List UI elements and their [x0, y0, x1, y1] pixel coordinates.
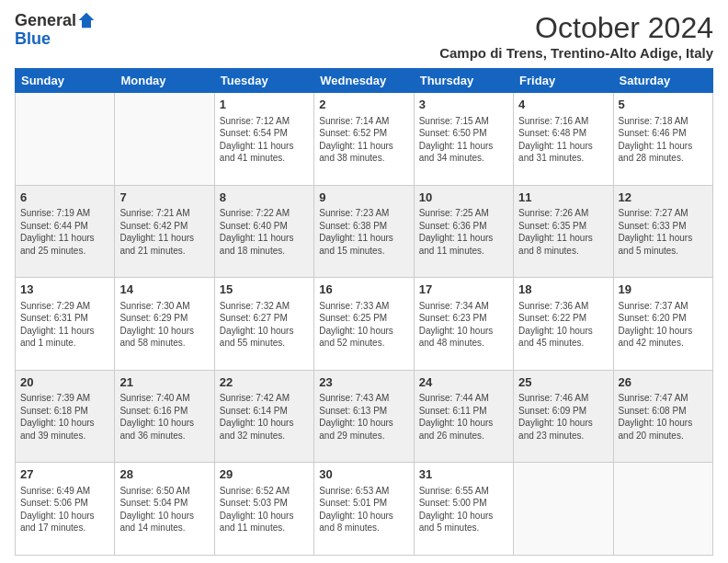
day-info: Sunrise: 7:43 AM Sunset: 6:13 PM Dayligh… [319, 392, 408, 442]
calendar-header-friday: Friday [514, 69, 613, 93]
day-info: Sunrise: 6:53 AM Sunset: 5:01 PM Dayligh… [319, 485, 408, 534]
calendar-cell: 14Sunrise: 7:30 AM Sunset: 6:29 PM Dayli… [115, 278, 214, 371]
day-number: 25 [518, 374, 608, 391]
day-number: 10 [419, 190, 508, 206]
calendar-header-row: SundayMondayTuesdayWednesdayThursdayFrid… [16, 69, 713, 93]
day-info: Sunrise: 7:26 AM Sunset: 6:35 PM Dayligh… [518, 207, 608, 257]
logo: General Blue [15, 11, 96, 49]
day-info: Sunrise: 7:19 AM Sunset: 6:44 PM Dayligh… [20, 207, 109, 257]
calendar-cell: 21Sunrise: 7:40 AM Sunset: 6:16 PM Dayli… [115, 370, 214, 463]
calendar-cell: 19Sunrise: 7:37 AM Sunset: 6:20 PM Dayli… [613, 278, 712, 371]
day-info: Sunrise: 7:39 AM Sunset: 6:18 PM Dayligh… [20, 392, 109, 442]
calendar-cell [514, 463, 613, 556]
svg-marker-0 [79, 13, 95, 29]
title-block: October 2024 Campo di Trens, Trentino-Al… [439, 11, 713, 61]
day-number: 7 [119, 190, 209, 206]
logo-blue-text: Blue [15, 29, 51, 49]
calendar-cell: 22Sunrise: 7:42 AM Sunset: 6:14 PM Dayli… [214, 370, 313, 463]
calendar-cell: 24Sunrise: 7:44 AM Sunset: 6:11 PM Dayli… [414, 370, 513, 463]
calendar-week-row: 20Sunrise: 7:39 AM Sunset: 6:18 PM Dayli… [16, 370, 713, 463]
day-number: 23 [319, 374, 408, 391]
day-info: Sunrise: 7:37 AM Sunset: 6:20 PM Dayligh… [619, 300, 708, 350]
day-info: Sunrise: 7:12 AM Sunset: 6:54 PM Dayligh… [220, 115, 309, 165]
day-number: 17 [419, 282, 508, 298]
day-info: Sunrise: 7:18 AM Sunset: 6:46 PM Dayligh… [619, 115, 708, 165]
day-info: Sunrise: 7:25 AM Sunset: 6:36 PM Dayligh… [419, 207, 508, 257]
calendar-cell: 6Sunrise: 7:19 AM Sunset: 6:44 PM Daylig… [16, 185, 115, 278]
calendar-cell: 27Sunrise: 6:49 AM Sunset: 5:06 PM Dayli… [16, 463, 115, 556]
day-info: Sunrise: 7:34 AM Sunset: 6:23 PM Dayligh… [419, 300, 508, 350]
calendar-cell: 25Sunrise: 7:46 AM Sunset: 6:09 PM Dayli… [514, 370, 613, 463]
calendar-cell: 29Sunrise: 6:52 AM Sunset: 5:03 PM Dayli… [214, 463, 313, 556]
calendar-cell: 8Sunrise: 7:22 AM Sunset: 6:40 PM Daylig… [214, 185, 313, 278]
day-info: Sunrise: 7:32 AM Sunset: 6:27 PM Dayligh… [220, 300, 309, 350]
calendar-header-monday: Monday [115, 69, 214, 93]
calendar-header-sunday: Sunday [16, 69, 115, 93]
calendar-cell: 2Sunrise: 7:14 AM Sunset: 6:52 PM Daylig… [314, 93, 414, 186]
logo-text: General [15, 11, 96, 29]
day-info: Sunrise: 7:29 AM Sunset: 6:31 PM Dayligh… [20, 300, 109, 350]
day-number: 20 [20, 374, 109, 391]
main-title: October 2024 [439, 11, 713, 45]
day-number: 5 [619, 97, 708, 113]
day-number: 18 [518, 282, 608, 298]
day-number: 3 [419, 97, 508, 113]
day-info: Sunrise: 7:46 AM Sunset: 6:09 PM Dayligh… [518, 392, 608, 442]
calendar-cell: 26Sunrise: 7:47 AM Sunset: 6:08 PM Dayli… [613, 370, 712, 463]
subtitle: Campo di Trens, Trentino-Alto Adige, Ita… [439, 45, 713, 61]
calendar-week-row: 1Sunrise: 7:12 AM Sunset: 6:54 PM Daylig… [16, 93, 713, 186]
logo-general: General [15, 12, 76, 29]
day-number: 8 [220, 190, 309, 206]
calendar-cell: 4Sunrise: 7:16 AM Sunset: 6:48 PM Daylig… [514, 93, 613, 186]
day-number: 2 [319, 97, 408, 113]
calendar-cell [613, 463, 712, 556]
day-info: Sunrise: 7:27 AM Sunset: 6:33 PM Dayligh… [619, 207, 708, 257]
calendar-cell [16, 93, 115, 186]
day-number: 16 [319, 282, 408, 298]
day-number: 12 [619, 190, 708, 206]
day-info: Sunrise: 7:16 AM Sunset: 6:48 PM Dayligh… [518, 115, 608, 165]
calendar-cell: 17Sunrise: 7:34 AM Sunset: 6:23 PM Dayli… [414, 278, 513, 371]
day-number: 30 [319, 466, 408, 483]
calendar-cell: 16Sunrise: 7:33 AM Sunset: 6:25 PM Dayli… [314, 278, 414, 371]
calendar-header-thursday: Thursday [414, 69, 513, 93]
day-info: Sunrise: 7:30 AM Sunset: 6:29 PM Dayligh… [119, 300, 209, 350]
day-number: 6 [20, 190, 109, 206]
day-number: 28 [119, 466, 209, 483]
calendar-header-wednesday: Wednesday [314, 69, 414, 93]
day-number: 26 [619, 374, 708, 391]
header: General Blue October 2024 Campo di Trens… [15, 11, 713, 61]
day-number: 11 [518, 190, 608, 206]
calendar-cell: 12Sunrise: 7:27 AM Sunset: 6:33 PM Dayli… [613, 185, 712, 278]
day-number: 14 [119, 282, 209, 298]
calendar-cell: 1Sunrise: 7:12 AM Sunset: 6:54 PM Daylig… [214, 93, 313, 186]
calendar-cell: 20Sunrise: 7:39 AM Sunset: 6:18 PM Dayli… [16, 370, 115, 463]
day-number: 22 [220, 374, 309, 391]
day-info: Sunrise: 7:23 AM Sunset: 6:38 PM Dayligh… [319, 207, 408, 257]
day-info: Sunrise: 7:33 AM Sunset: 6:25 PM Dayligh… [319, 300, 408, 350]
calendar-cell: 7Sunrise: 7:21 AM Sunset: 6:42 PM Daylig… [115, 185, 214, 278]
day-number: 9 [319, 190, 408, 206]
calendar-week-row: 6Sunrise: 7:19 AM Sunset: 6:44 PM Daylig… [16, 185, 713, 278]
calendar-cell: 9Sunrise: 7:23 AM Sunset: 6:38 PM Daylig… [314, 185, 414, 278]
day-info: Sunrise: 7:42 AM Sunset: 6:14 PM Dayligh… [220, 392, 309, 442]
calendar-cell: 18Sunrise: 7:36 AM Sunset: 6:22 PM Dayli… [514, 278, 613, 371]
day-info: Sunrise: 7:22 AM Sunset: 6:40 PM Dayligh… [220, 207, 309, 257]
calendar-cell: 15Sunrise: 7:32 AM Sunset: 6:27 PM Dayli… [214, 278, 313, 371]
day-info: Sunrise: 7:47 AM Sunset: 6:08 PM Dayligh… [619, 392, 708, 442]
logo-icon [77, 11, 96, 29]
day-info: Sunrise: 7:44 AM Sunset: 6:11 PM Dayligh… [419, 392, 508, 442]
calendar-cell: 28Sunrise: 6:50 AM Sunset: 5:04 PM Dayli… [115, 463, 214, 556]
day-number: 24 [419, 374, 508, 391]
day-number: 19 [619, 282, 708, 298]
calendar-cell: 30Sunrise: 6:53 AM Sunset: 5:01 PM Dayli… [314, 463, 414, 556]
calendar-table: SundayMondayTuesdayWednesdayThursdayFrid… [15, 68, 713, 556]
calendar-header-saturday: Saturday [613, 69, 712, 93]
calendar-cell: 31Sunrise: 6:55 AM Sunset: 5:00 PM Dayli… [414, 463, 513, 556]
day-info: Sunrise: 7:36 AM Sunset: 6:22 PM Dayligh… [518, 300, 608, 350]
day-info: Sunrise: 7:40 AM Sunset: 6:16 PM Dayligh… [119, 392, 209, 442]
day-number: 13 [20, 282, 109, 298]
calendar-header-tuesday: Tuesday [214, 69, 313, 93]
day-info: Sunrise: 6:55 AM Sunset: 5:00 PM Dayligh… [419, 485, 508, 534]
day-info: Sunrise: 7:15 AM Sunset: 6:50 PM Dayligh… [419, 115, 508, 165]
